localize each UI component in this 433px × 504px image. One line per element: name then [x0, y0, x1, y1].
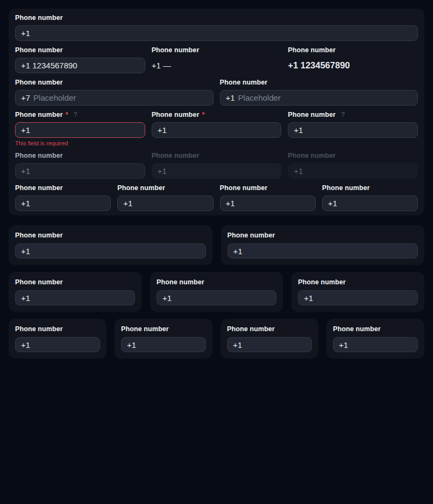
- phone-placeholder: Placeholder: [238, 93, 281, 102]
- phone-field-help: Phone number ? +1: [288, 111, 418, 146]
- phone-label: Phone number: [152, 152, 282, 159]
- phone-label: Phone number: [322, 184, 418, 192]
- phone-field: Phone number +1: [117, 184, 213, 211]
- phone-card: Phone number +1: [326, 319, 424, 359]
- phone-input[interactable]: +1: [121, 337, 206, 352]
- phone-input[interactable]: +1: [15, 290, 135, 305]
- phone-field: Phone number +1 Placeholder: [220, 79, 418, 106]
- phone-input[interactable]: +1: [15, 243, 206, 258]
- phone-input[interactable]: +1: [152, 122, 282, 138]
- phone-input[interactable]: +1 Placeholder: [220, 90, 418, 106]
- phone-input-disabled: +1: [15, 163, 145, 179]
- phone-field-disabled: Phone number +1: [288, 152, 418, 179]
- phone-value: +1: [328, 199, 337, 208]
- phone-field-disabled: Phone number +1: [15, 152, 145, 179]
- phone-field-panel: Phone number +1 Phone number +1 12345678…: [9, 9, 424, 215]
- error-message: This field is required: [15, 141, 145, 146]
- phone-value: +1: [21, 340, 30, 349]
- phone-field-readonly: Phone number +1 1234567890: [288, 46, 418, 73]
- cards-row-three: Phone number +1 Phone number +1 Phone nu…: [9, 272, 424, 312]
- phone-input[interactable]: +1: [298, 290, 418, 305]
- phone-input[interactable]: +1: [220, 195, 316, 211]
- cards-row-two: Phone number +1 Phone number +1: [9, 225, 424, 265]
- phone-label: Phone number: [333, 325, 418, 333]
- phone-card: Phone number +1: [150, 272, 283, 312]
- phone-input[interactable]: +1: [333, 337, 418, 352]
- phone-field: Phone number +1: [15, 184, 111, 211]
- phone-input-error[interactable]: +1: [15, 122, 145, 138]
- phone-input[interactable]: +1: [15, 25, 418, 41]
- row-four-columns: Phone number +1 Phone number +1 Phone nu…: [15, 184, 418, 211]
- phone-card: Phone number +1: [9, 225, 212, 265]
- phone-input-disabled: +1: [288, 163, 418, 179]
- help-question-icon[interactable]: ?: [74, 111, 77, 118]
- phone-field-disabled: Phone number +1: [152, 152, 282, 179]
- phone-label: Phone number: [15, 184, 111, 192]
- phone-readonly-value: +1 —: [152, 58, 282, 73]
- phone-label: Phone number *: [152, 111, 282, 118]
- row-validation: Phone number * ? +1 This field is requir…: [15, 111, 418, 146]
- phone-label: Phone number: [288, 152, 418, 159]
- phone-value: +1: [21, 125, 30, 135]
- phone-label: Phone number: [15, 325, 100, 333]
- row-value-variants: Phone number +1 1234567890 Phone number …: [15, 46, 418, 73]
- required-asterisk: *: [66, 111, 68, 118]
- phone-label: Phone number: [152, 46, 282, 54]
- row-full-width: Phone number +1: [15, 14, 418, 41]
- phone-input[interactable]: +1: [228, 243, 418, 258]
- phone-value: +1: [21, 247, 30, 256]
- phone-label: Phone number: [121, 325, 206, 333]
- phone-card: Phone number +1: [9, 272, 141, 312]
- phone-label: Phone number: [117, 184, 213, 192]
- phone-value: +1: [158, 125, 167, 135]
- phone-input[interactable]: +1: [288, 122, 418, 138]
- phone-field: Phone number +1: [220, 184, 316, 211]
- dial-code-prefix: +7: [21, 93, 30, 102]
- phone-value: +1 1234567890: [21, 61, 77, 70]
- phone-label: Phone number: [15, 278, 135, 286]
- dial-code-prefix: +1: [226, 93, 235, 102]
- phone-input[interactable]: +1: [15, 337, 100, 352]
- phone-label: Phone number: [15, 79, 214, 86]
- phone-label: Phone number: [228, 232, 418, 239]
- phone-value: +1: [123, 199, 132, 208]
- phone-placeholder: Placeholder: [33, 93, 76, 102]
- phone-value: +1: [162, 293, 172, 303]
- phone-input[interactable]: +1: [157, 290, 276, 305]
- phone-label: Phone number ?: [288, 111, 418, 118]
- phone-field: Phone number +7 Placeholder: [15, 79, 214, 106]
- phone-label: Phone number: [220, 79, 418, 86]
- phone-input[interactable]: +1 1234567890: [15, 58, 145, 73]
- required-asterisk: *: [202, 111, 204, 118]
- phone-card: Phone number +1: [9, 319, 107, 359]
- phone-label: Phone number: [157, 278, 276, 286]
- phone-label: Phone number * ?: [15, 111, 145, 118]
- phone-label: Phone number: [15, 14, 418, 22]
- phone-field-error: Phone number * ? +1 This field is requir…: [15, 111, 145, 146]
- phone-card: Phone number +1: [221, 225, 425, 265]
- phone-input[interactable]: +1: [117, 195, 213, 211]
- phone-input-disabled: +1: [152, 163, 282, 179]
- phone-value: +1: [233, 247, 243, 256]
- phone-field: Phone number +1: [15, 14, 418, 41]
- phone-field-required: Phone number * +1: [152, 111, 282, 146]
- phone-value: +1: [233, 340, 242, 349]
- phone-value: +1: [226, 199, 235, 208]
- phone-card: Phone number +1: [221, 319, 318, 359]
- phone-card: Phone number +1: [115, 319, 212, 359]
- phone-label: Phone number: [298, 278, 418, 286]
- phone-value: +1: [294, 125, 303, 135]
- phone-value: +1: [294, 166, 303, 176]
- help-question-icon[interactable]: ?: [341, 111, 345, 118]
- phone-input[interactable]: +1: [15, 195, 111, 211]
- phone-value: +1: [158, 166, 167, 176]
- phone-field: Phone number +1 1234567890: [15, 46, 145, 73]
- phone-label: Phone number: [288, 46, 418, 54]
- phone-value: +1: [21, 166, 30, 176]
- row-placeholders: Phone number +7 Placeholder Phone number…: [15, 79, 418, 106]
- phone-input[interactable]: +7 Placeholder: [15, 90, 214, 106]
- phone-input[interactable]: +1: [322, 195, 418, 211]
- phone-input[interactable]: +1: [227, 337, 312, 352]
- phone-card: Phone number +1: [292, 272, 424, 312]
- phone-field-readonly: Phone number +1 —: [152, 46, 282, 73]
